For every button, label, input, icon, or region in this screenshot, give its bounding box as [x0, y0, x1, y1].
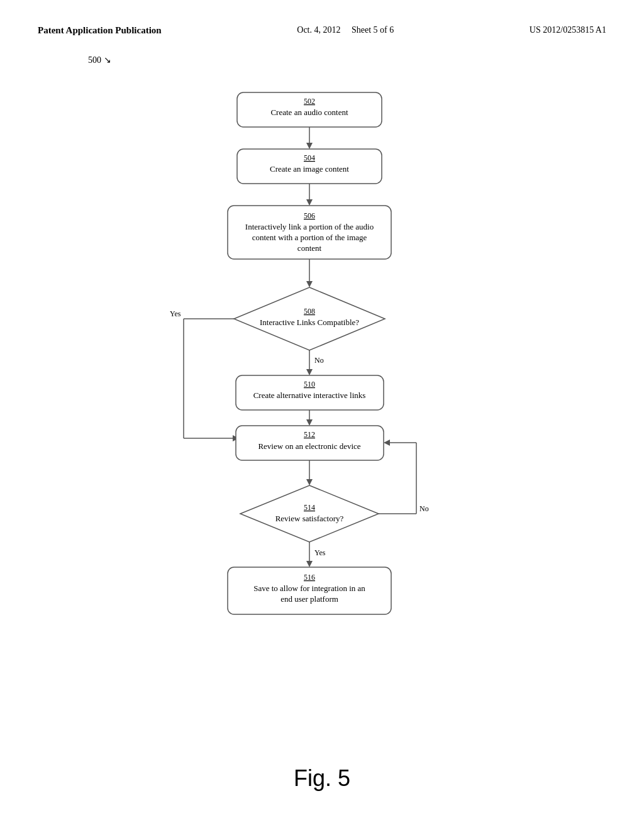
svg-marker-9	[306, 199, 313, 206]
svg-text:504: 504	[304, 153, 315, 162]
svg-text:506: 506	[304, 211, 315, 220]
svg-text:Create an audio content: Create an audio content	[270, 108, 348, 117]
sheet-info: Sheet 5 of 6	[352, 25, 394, 35]
svg-marker-16	[306, 281, 313, 287]
svg-text:510: 510	[304, 380, 315, 389]
svg-text:Interactively link a portion o: Interactively link a portion of the audi…	[245, 222, 374, 231]
svg-text:content: content	[297, 243, 322, 253]
publication-date: Oct. 4, 2012	[297, 25, 340, 35]
svg-text:Save to allow for integration : Save to allow for integration in an	[253, 584, 365, 593]
svg-text:Yes: Yes	[170, 309, 181, 318]
figure-title: Fig. 5	[294, 765, 350, 792]
publication-title: Patent Application Publication	[38, 25, 162, 35]
flowchart-diagram: 502 Create an audio content 504 Create a…	[77, 61, 567, 740]
patent-number: US 2012/0253815 A1	[530, 25, 606, 35]
svg-text:Yes: Yes	[314, 548, 326, 557]
svg-text:end user platform: end user platform	[280, 594, 338, 604]
svg-text:No: No	[419, 504, 429, 513]
svg-text:Review satisfactory?: Review satisfactory?	[275, 514, 344, 523]
svg-marker-21	[306, 369, 313, 375]
svg-text:514: 514	[304, 503, 315, 512]
svg-text:Interactive Links Compatible?: Interactive Links Compatible?	[260, 318, 359, 327]
header-center: Oct. 4, 2012 Sheet 5 of 6	[297, 25, 394, 35]
svg-text:Review on an electronic device: Review on an electronic device	[258, 441, 360, 451]
figure-start-label: 500 ↘	[88, 55, 111, 65]
svg-text:508: 508	[304, 307, 315, 316]
svg-marker-47	[306, 561, 313, 567]
svg-marker-4	[306, 143, 313, 149]
svg-text:512: 512	[304, 430, 315, 439]
svg-text:content with a portion of the : content with a portion of the image	[252, 233, 367, 242]
svg-text:No: No	[314, 356, 324, 365]
svg-text:502: 502	[304, 97, 315, 106]
svg-marker-32	[306, 419, 313, 426]
svg-text:516: 516	[304, 573, 315, 582]
svg-marker-44	[384, 440, 390, 446]
svg-text:Create an image content: Create an image content	[270, 164, 349, 174]
diagram-area: 500 ↘ 502 Create an audio content 504 Cr…	[38, 55, 606, 792]
svg-text:Create alternative interactive: Create alternative interactive links	[253, 390, 366, 400]
header-left: Patent Application Publication	[38, 25, 162, 36]
page: Patent Application Publication Oct. 4, 2…	[0, 0, 644, 830]
header: Patent Application Publication Oct. 4, 2…	[38, 25, 606, 36]
header-right: US 2012/0253815 A1	[530, 25, 606, 35]
svg-marker-37	[306, 479, 313, 485]
